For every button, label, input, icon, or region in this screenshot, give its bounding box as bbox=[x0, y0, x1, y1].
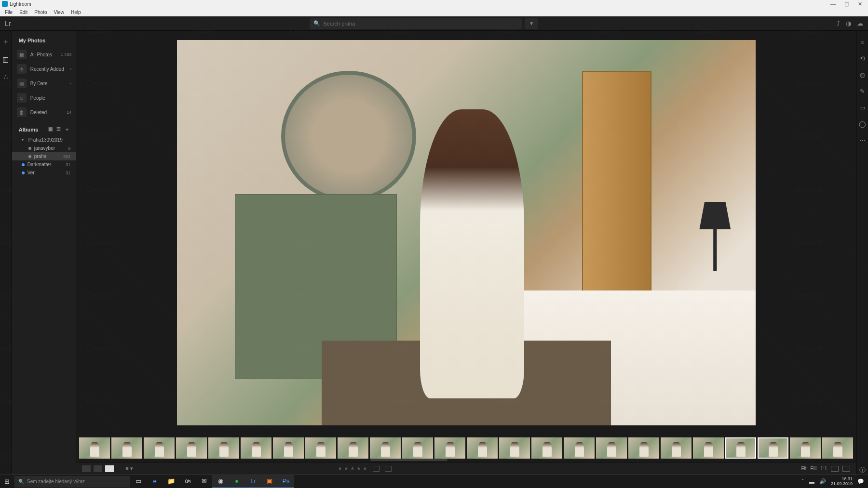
main-photo[interactable] bbox=[177, 40, 756, 425]
start-button[interactable]: ⊞ bbox=[0, 475, 14, 488]
tag-icon[interactable]: ◑ bbox=[846, 20, 851, 27]
menu-file[interactable]: File bbox=[2, 10, 15, 15]
explorer-icon[interactable]: 📁 bbox=[163, 475, 179, 488]
close-button[interactable]: ✕ bbox=[858, 1, 862, 7]
zoom-box-2[interactable] bbox=[842, 466, 850, 472]
taskbar-search[interactable]: 🔍 Sem zadejte hledaný výraz bbox=[14, 476, 130, 488]
thumbnail[interactable] bbox=[111, 437, 142, 459]
thumbnail[interactable] bbox=[531, 437, 562, 459]
lightroom-icon[interactable]: Lr bbox=[245, 475, 261, 488]
thumbnail[interactable] bbox=[176, 437, 207, 459]
edge-icon[interactable]: e bbox=[147, 475, 163, 488]
flag-reject[interactable] bbox=[385, 466, 392, 472]
crop-icon[interactable]: ⟲ bbox=[858, 54, 867, 63]
menu-help[interactable]: Help bbox=[68, 10, 84, 15]
filmstrip[interactable] bbox=[76, 434, 856, 462]
thumbnail[interactable] bbox=[564, 437, 595, 459]
star-2[interactable]: ★ bbox=[344, 465, 349, 472]
thumbnail[interactable] bbox=[628, 437, 659, 459]
thumbnail[interactable] bbox=[434, 437, 465, 459]
thumbnail[interactable] bbox=[725, 437, 756, 459]
filter-button[interactable]: ▼ bbox=[525, 18, 538, 29]
mail-icon[interactable]: ✉ bbox=[196, 475, 212, 488]
thumbnail[interactable] bbox=[402, 437, 433, 459]
star-4[interactable]: ★ bbox=[356, 465, 361, 472]
share-icon[interactable]: ⤴ bbox=[837, 20, 840, 27]
thumbnail[interactable] bbox=[790, 437, 821, 459]
notifications-icon[interactable]: 💬 bbox=[857, 478, 864, 485]
add-photos-icon[interactable]: ＋ bbox=[1, 38, 10, 46]
thumbnail[interactable] bbox=[758, 437, 788, 459]
thumbnail[interactable] bbox=[79, 437, 110, 459]
album-ver[interactable]: Ver 31 bbox=[12, 169, 77, 177]
star-1[interactable]: ★ bbox=[338, 465, 342, 472]
menu-edit[interactable]: Edit bbox=[16, 10, 30, 15]
nav-all-photos[interactable]: ▦ All Photos 1 493 bbox=[12, 47, 77, 62]
linear-gradient-icon[interactable]: ▭ bbox=[858, 103, 867, 112]
album-praha[interactable]: praha 824 bbox=[12, 152, 77, 160]
search-box[interactable]: 🔍 bbox=[310, 18, 522, 29]
detail-view-button[interactable] bbox=[105, 465, 114, 472]
info-icon[interactable]: ⓘ bbox=[858, 466, 867, 475]
filmstrip-scrollbar[interactable] bbox=[370, 459, 448, 461]
loupe-view[interactable] bbox=[76, 31, 856, 434]
menu-view[interactable]: View bbox=[51, 10, 68, 15]
nav-deleted[interactable]: 🗑 Deleted 14 bbox=[12, 105, 77, 119]
thumbnail[interactable] bbox=[661, 437, 692, 459]
spotify-icon[interactable]: ● bbox=[229, 475, 245, 488]
thumbnail[interactable] bbox=[370, 437, 401, 459]
nav-people[interactable]: ☺ People bbox=[12, 91, 77, 105]
album-janavyber[interactable]: janavyber 9 bbox=[12, 144, 77, 152]
edit-sliders-icon[interactable]: ≡ bbox=[858, 38, 867, 46]
tray-volume-icon[interactable]: 🔊 bbox=[819, 478, 826, 485]
thumbnail[interactable] bbox=[693, 437, 724, 459]
brush-icon[interactable]: ✎ bbox=[858, 87, 867, 95]
zoom-1to1[interactable]: 1:1 bbox=[820, 466, 827, 471]
tray-network-icon[interactable]: ▬ bbox=[809, 479, 814, 485]
task-view-icon[interactable]: ▭ bbox=[130, 475, 147, 488]
trash-icon: 🗑 bbox=[17, 107, 27, 117]
thumbnail[interactable] bbox=[273, 437, 304, 459]
album-darkmatter[interactable]: Darkmatter 31 bbox=[12, 160, 77, 169]
thumbnail[interactable] bbox=[144, 437, 175, 459]
more-icon[interactable]: ⋯ bbox=[858, 136, 867, 145]
chrome-icon[interactable]: ◉ bbox=[212, 475, 229, 488]
star-3[interactable]: ★ bbox=[350, 465, 355, 472]
thumbnail[interactable] bbox=[338, 437, 368, 459]
zoom-box-1[interactable] bbox=[831, 466, 839, 472]
radial-gradient-icon[interactable]: ◯ bbox=[858, 119, 867, 128]
tray-expand-icon[interactable]: ˄ bbox=[801, 478, 804, 485]
store-icon[interactable]: 🛍 bbox=[179, 475, 196, 488]
list-view-icon[interactable]: ☰ bbox=[56, 126, 61, 133]
nav-by-date[interactable]: ▤ By Date ‹ bbox=[12, 76, 77, 91]
thumbnail[interactable] bbox=[596, 437, 627, 459]
heal-icon[interactable]: ◍ bbox=[858, 70, 867, 79]
app4-icon[interactable]: ▣ bbox=[261, 475, 278, 488]
photoshop-icon[interactable]: Ps bbox=[278, 475, 294, 488]
sort-button[interactable]: ≡ ▾ bbox=[125, 465, 133, 472]
thumbnail[interactable] bbox=[241, 437, 271, 459]
maximize-button[interactable]: ▢ bbox=[844, 1, 849, 7]
thumbnail[interactable] bbox=[305, 437, 336, 459]
menu-photo[interactable]: Photo bbox=[31, 10, 50, 15]
shared-icon[interactable]: ⛬ bbox=[1, 72, 10, 81]
folder-praha13092019[interactable]: ▾ Praha13092019 bbox=[12, 136, 77, 144]
zoom-fit[interactable]: Fit bbox=[801, 466, 806, 471]
star-5[interactable]: ★ bbox=[363, 465, 367, 472]
cloud-icon[interactable]: ☁ bbox=[857, 20, 863, 27]
my-photos-icon[interactable]: ▥ bbox=[1, 55, 10, 64]
thumbnail[interactable] bbox=[499, 437, 530, 459]
minimize-button[interactable]: — bbox=[830, 1, 836, 7]
grid-view-icon[interactable]: ▦ bbox=[48, 126, 53, 133]
search-input[interactable] bbox=[323, 21, 518, 26]
thumbnail[interactable] bbox=[822, 437, 853, 459]
taskbar-clock[interactable]: 16:31 21.09.2019 bbox=[831, 477, 853, 487]
nav-recently-added[interactable]: ◷ Recently Added ‹ bbox=[12, 62, 77, 76]
add-album-icon[interactable]: ＋ bbox=[65, 126, 69, 133]
grid-large-button[interactable] bbox=[94, 465, 102, 472]
flag-pick[interactable] bbox=[373, 466, 380, 472]
grid-small-button[interactable] bbox=[82, 465, 91, 472]
thumbnail[interactable] bbox=[208, 437, 239, 459]
zoom-fill[interactable]: Fill bbox=[811, 466, 817, 471]
thumbnail[interactable] bbox=[467, 437, 498, 459]
